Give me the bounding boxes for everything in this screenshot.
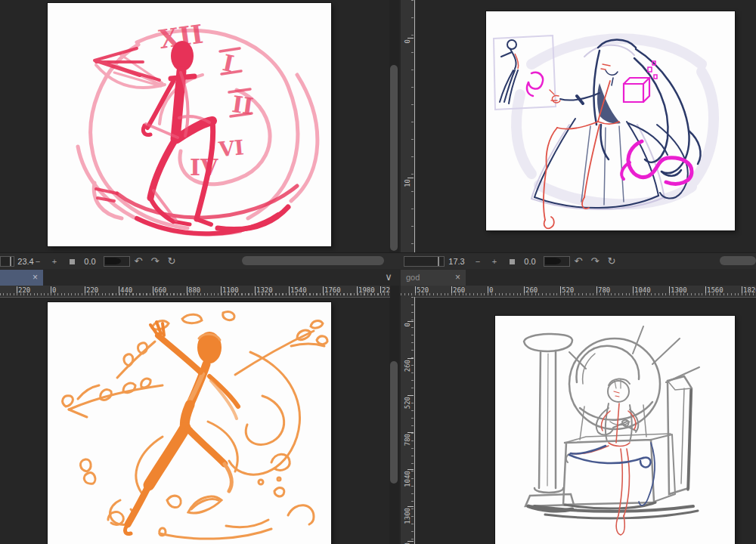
reset-rotation-button[interactable]: ↻ xyxy=(605,253,618,270)
vine-dancer-sketch xyxy=(48,302,331,544)
ruler-label: 1820 xyxy=(743,286,756,294)
ruler-major-tick xyxy=(357,286,358,293)
ruler-label: 1980 xyxy=(358,286,375,294)
vertical-ruler-bottom-right[interactable]: 0260520780104013001560 xyxy=(401,297,415,544)
tab-active-document[interactable]: × xyxy=(0,270,43,286)
ruler-label: 1040 xyxy=(404,471,411,487)
statusbar-top-right-view: 17.3 − + 0.0 ↶ ↷ ↻ xyxy=(401,252,756,270)
fit-to-screen-button[interactable] xyxy=(70,259,75,264)
ruler-major-tick xyxy=(524,286,525,293)
ruler-major-tick xyxy=(669,286,670,293)
ruler-label: 10 xyxy=(404,179,411,187)
horizontal-scrollbar-thumb[interactable] xyxy=(720,256,756,265)
ruler-major-tick xyxy=(407,321,414,322)
ruler-major-tick xyxy=(407,506,414,507)
ruler-major-tick xyxy=(380,286,381,293)
ruler-label: 260 xyxy=(453,286,465,294)
statusbar-top-left-view: 23.4 − + 0.0 ↶ ↷ ↻ xyxy=(0,252,401,270)
close-icon[interactable]: × xyxy=(455,270,460,286)
ruler-major-tick xyxy=(705,286,706,293)
ruler-label: 0 xyxy=(52,286,56,294)
ruler-major-tick xyxy=(407,395,414,396)
ruler-label: 780 xyxy=(404,434,411,446)
ruler-label: 260 xyxy=(525,286,538,294)
close-icon[interactable]: × xyxy=(33,270,38,286)
ruler-major-tick xyxy=(488,286,488,293)
ruler-label: 1320 xyxy=(256,286,273,294)
ruler-label: 660 xyxy=(154,286,166,294)
rotation-dial[interactable] xyxy=(104,256,130,267)
ruler-major-tick xyxy=(633,286,634,293)
chevron-down-icon[interactable]: ∨ xyxy=(380,269,398,285)
tab-bar: × ∨ god × xyxy=(0,269,756,286)
ruler-major-tick xyxy=(289,286,290,293)
reset-rotation-button[interactable]: ↻ xyxy=(165,253,178,270)
zoom-out-button[interactable]: − xyxy=(32,253,44,270)
vertical-scrollbar[interactable] xyxy=(389,0,399,252)
ruler-major-tick xyxy=(407,178,414,178)
ruler-major-tick xyxy=(407,432,414,433)
ruler-label: 1560 xyxy=(707,286,723,294)
rotate-right-button[interactable]: ↷ xyxy=(148,253,162,270)
ruler-label: 0 xyxy=(489,286,493,294)
rotate-left-button[interactable]: ↶ xyxy=(132,253,145,270)
ruler-label: 780 xyxy=(598,286,610,294)
ruler-major-tick xyxy=(560,286,561,293)
ruler-label: 440 xyxy=(120,286,132,294)
ruler-major-tick xyxy=(407,541,414,542)
clock-numeral: IV xyxy=(190,154,218,181)
zoom-in-button[interactable]: + xyxy=(488,253,500,270)
zoom-in-button[interactable]: + xyxy=(48,253,60,270)
ruler-label: 0 xyxy=(404,39,411,43)
tab-god-document[interactable]: god × xyxy=(401,270,466,286)
horizontal-ruler-bottom-left[interactable]: 2200220440660880110013201540176019802200 xyxy=(0,286,390,298)
canvas-bottom-right[interactable] xyxy=(495,316,735,544)
horizontal-ruler-bottom-right[interactable]: 52026002605207801040130015601820 xyxy=(401,286,756,298)
ruler-label: 1760 xyxy=(324,286,341,294)
ruler-label: 1100 xyxy=(222,286,239,294)
zoom-slider[interactable] xyxy=(404,256,445,267)
horizontal-scrollbar-thumb[interactable] xyxy=(242,256,384,265)
ruler-label: 220 xyxy=(18,286,30,294)
ruler-major-tick xyxy=(415,286,416,293)
ruler-major-tick xyxy=(17,286,17,293)
canvas-top-right[interactable] xyxy=(486,11,735,230)
ruler-label: 520 xyxy=(417,286,429,294)
ruler-label: 2200 xyxy=(382,286,390,294)
ruler-label: 520 xyxy=(404,397,411,409)
ruler-label: 520 xyxy=(562,286,574,294)
throne-figure-sketch xyxy=(495,316,735,544)
vertical-scrollbar[interactable] xyxy=(389,286,399,544)
fit-to-screen-button[interactable] xyxy=(510,259,515,264)
rotation-dial[interactable] xyxy=(544,256,570,267)
canvas-bottom-left[interactable] xyxy=(48,302,331,544)
rotation-value: 0.0 xyxy=(79,253,101,270)
ruler-major-tick xyxy=(187,286,187,293)
zoom-out-button[interactable]: − xyxy=(472,253,484,270)
ruler-major-tick xyxy=(119,286,119,293)
ruler-major-tick xyxy=(407,469,414,470)
zoom-value: 17.3 xyxy=(443,253,470,270)
clock-numeral: VI xyxy=(217,135,245,161)
ruler-major-tick xyxy=(51,286,51,293)
ruler-major-tick xyxy=(407,358,414,359)
ruler-major-tick xyxy=(742,286,742,293)
ruler-major-tick xyxy=(221,286,222,293)
ruler-major-tick xyxy=(255,286,256,293)
thumbnail-sketch xyxy=(494,36,556,110)
ruler-label: 260 xyxy=(404,360,411,372)
vertical-scrollbar-thumb[interactable] xyxy=(390,361,398,484)
vertical-ruler-top-right[interactable]: 010 xyxy=(401,0,415,252)
app-window: XII I II IV VI xyxy=(0,0,756,544)
rotate-left-button[interactable]: ↶ xyxy=(572,253,585,270)
canvas-top-left[interactable]: XII I II IV VI xyxy=(48,3,331,246)
vertical-scrollbar-thumb[interactable] xyxy=(390,65,398,251)
ruler-label: 1300 xyxy=(404,508,411,524)
ruler-label: 1540 xyxy=(290,286,307,294)
seated-character-sketch xyxy=(486,11,735,230)
rotate-right-button[interactable]: ↷ xyxy=(588,253,602,270)
ruler-label: 220 xyxy=(86,286,98,294)
ruler-label: 1040 xyxy=(634,286,651,294)
ruler-major-tick xyxy=(596,286,597,293)
ruler-major-tick xyxy=(407,38,414,39)
